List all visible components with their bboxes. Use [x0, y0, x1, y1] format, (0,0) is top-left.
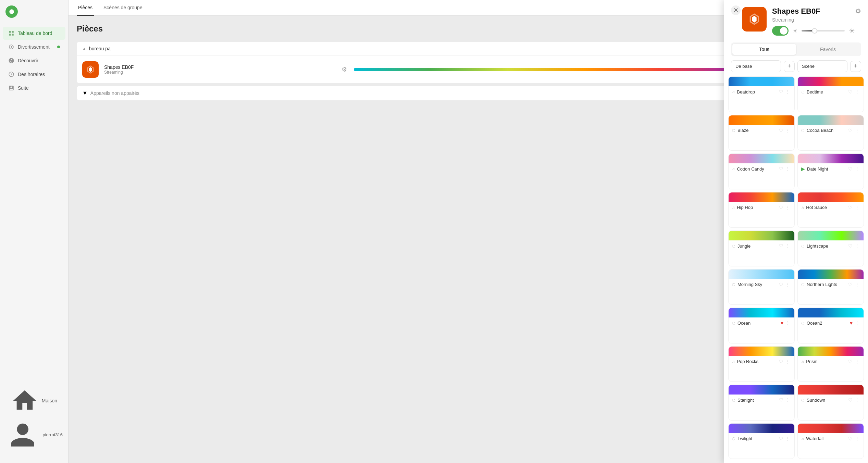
sidebar-label-divertissement: Divertissement [18, 44, 50, 50]
more-button-waterfall[interactable]: ⋮ [854, 435, 860, 442]
more-button-beatdrop[interactable]: ⋮ [785, 88, 791, 95]
sidebar-item-suite[interactable]: Suite [3, 82, 65, 95]
more-button-cotton-candy[interactable]: ⋮ [785, 165, 791, 172]
heart-button-hip-hop[interactable]: ♡ [778, 204, 784, 211]
heart-button-lightscape[interactable]: ♡ [847, 242, 853, 249]
panel-tab-tous[interactable]: Tous [732, 44, 796, 55]
more-button-sundown[interactable]: ⋮ [854, 397, 860, 403]
sidebar-item-tableau[interactable]: Tableau de bord [3, 27, 65, 40]
heart-button-beatdrop[interactable]: ♡ [778, 88, 784, 95]
more-button-date-night[interactable]: ⋮ [854, 165, 860, 172]
scene-gradient-twilight [729, 424, 794, 433]
scene-card-cotton-candy[interactable]: ♫Cotton Candy♡⋮ [728, 153, 795, 189]
more-button-twilight[interactable]: ⋮ [785, 435, 791, 442]
scene-button[interactable]: Scène [797, 60, 847, 72]
scene-card-lightscape[interactable]: ◌Lightscape♡⋮ [797, 230, 864, 266]
brightness-track[interactable] [802, 30, 845, 32]
heart-button-prism[interactable]: ♡ [847, 358, 853, 365]
scene-gradient-pop-rocks [729, 347, 794, 356]
scene-card-beatdrop[interactable]: ♫Beatdrop♡⋮ [728, 76, 795, 112]
add-de-base-button[interactable]: + [784, 61, 795, 72]
tab-pieces[interactable]: Pièces [77, 0, 94, 16]
scene-card-ocean[interactable]: ◌Ocean♥⋮ [728, 308, 795, 343]
heart-button-waterfall[interactable]: ♡ [847, 435, 853, 442]
scene-card-ocean2[interactable]: ◌Ocean2♥⋮ [797, 308, 864, 343]
add-scene-button[interactable]: + [850, 61, 861, 72]
more-button-jungle[interactable]: ⋮ [785, 242, 791, 249]
more-button-starlight[interactable]: ⋮ [785, 397, 791, 403]
scene-card-waterfall[interactable]: ♫Waterfall♡⋮ [797, 423, 864, 459]
scene-card-date-night[interactable]: ▶Date Night♡⋮ [797, 153, 864, 189]
heart-button-cotton-candy[interactable]: ♡ [778, 165, 784, 172]
panel-toggle[interactable] [772, 26, 789, 36]
more-button-ocean[interactable]: ⋮ [785, 320, 791, 326]
sidebar-home[interactable]: Maison [5, 384, 63, 418]
heart-button-blaze[interactable]: ♡ [778, 127, 784, 134]
heart-button-ocean[interactable]: ♥ [780, 320, 784, 326]
tab-scenes-groupe[interactable]: Scènes de groupe [102, 0, 144, 16]
sun-bright-icon: ☀ [849, 27, 855, 35]
panel-device-name: Shapes EB0F [772, 7, 855, 16]
heart-button-bedtime[interactable]: ♡ [847, 88, 853, 95]
scene-card-jungle[interactable]: ◌Jungle♡⋮ [728, 230, 795, 266]
heart-button-morning-sky[interactable]: ♡ [778, 281, 784, 288]
heart-button-hot-sauce[interactable]: ♡ [847, 204, 853, 211]
de-base-button[interactable]: De base [731, 60, 781, 72]
more-button-northern-lights[interactable]: ⋮ [854, 281, 860, 288]
heart-button-jungle[interactable]: ♡ [778, 242, 784, 249]
scene-card-bedtime[interactable]: ◌Bedtime♡⋮ [797, 76, 864, 112]
more-button-cocoa-beach[interactable]: ⋮ [854, 127, 860, 134]
scene-name-ocean: Ocean [737, 321, 751, 326]
scene-card-prism[interactable]: ♫Prism♡⋮ [797, 346, 864, 382]
more-button-hip-hop[interactable]: ⋮ [785, 204, 791, 211]
scene-card-pop-rocks[interactable]: ♫Pop Rocks♡⋮ [728, 346, 795, 382]
scene-card-starlight[interactable]: ◌Starlight♡⋮ [728, 385, 795, 421]
scene-card-twilight[interactable]: ◌Twilight♡⋮ [728, 423, 795, 459]
more-button-lightscape[interactable]: ⋮ [854, 242, 860, 249]
scene-card-morning-sky[interactable]: ◌Morning Sky♡⋮ [728, 269, 795, 305]
scene-card-cocoa-beach[interactable]: ◌Cocoa Beach♡⋮ [797, 115, 864, 151]
scene-gradient-bedtime [798, 77, 864, 86]
heart-button-starlight[interactable]: ♡ [778, 397, 784, 403]
sidebar-item-divertissement[interactable]: Divertissement [3, 40, 65, 53]
heart-button-ocean2[interactable]: ♥ [849, 320, 853, 326]
panel-settings-button[interactable]: ⚙ [855, 7, 861, 15]
more-button-ocean2[interactable]: ⋮ [854, 320, 860, 326]
more-button-bedtime[interactable]: ⋮ [854, 88, 860, 95]
heart-button-northern-lights[interactable]: ♡ [847, 281, 853, 288]
app-logo[interactable] [5, 5, 18, 18]
sidebar-nav: Tableau de bord Divertissement Découvrir… [0, 26, 68, 378]
scene-name-row-northern-lights: ◌Northern Lights [801, 282, 837, 287]
scene-gradient-jungle [729, 231, 794, 240]
scene-card-sundown[interactable]: ◌Sundown♡⋮ [797, 385, 864, 421]
scene-gradient-hip-hop [729, 192, 794, 202]
device-gear-button[interactable]: ⚙ [340, 64, 348, 75]
sidebar-item-decouvrir[interactable]: Découvrir [3, 54, 65, 67]
device-name: Shapes EB0F [104, 64, 335, 70]
scene-card-northern-lights[interactable]: ◌Northern Lights♡⋮ [797, 269, 864, 305]
heart-button-pop-rocks[interactable]: ♡ [778, 358, 784, 365]
more-button-blaze[interactable]: ⋮ [785, 127, 791, 134]
close-button[interactable]: ✕ [731, 5, 741, 15]
sidebar-user[interactable]: pierrot316 [5, 418, 63, 452]
svg-rect-1 [9, 31, 11, 33]
brightness-thumb [812, 28, 817, 34]
scene-card-blaze[interactable]: ◌Blaze♡⋮ [728, 115, 795, 151]
scene-name-ocean2: Ocean2 [807, 321, 822, 326]
scene-name-row-waterfall: ♫Waterfall [801, 436, 823, 441]
more-button-morning-sky[interactable]: ⋮ [785, 281, 791, 288]
scene-card-hip-hop[interactable]: ♫Hip Hop♡⋮ [728, 192, 795, 228]
svg-marker-6 [752, 16, 756, 23]
more-button-hot-sauce[interactable]: ⋮ [854, 204, 860, 211]
heart-button-sundown[interactable]: ♡ [847, 397, 853, 403]
scene-gradient-northern-lights [798, 270, 864, 279]
heart-button-cocoa-beach[interactable]: ♡ [847, 127, 853, 134]
scene-grid: ♫Beatdrop♡⋮◌Bedtime♡⋮◌Blaze♡⋮◌Cocoa Beac… [724, 76, 868, 463]
more-button-pop-rocks[interactable]: ⋮ [785, 358, 791, 365]
scene-card-hot-sauce[interactable]: ♫Hot Sauce♡⋮ [797, 192, 864, 228]
panel-tab-favoris[interactable]: Favoris [796, 44, 860, 55]
more-button-prism[interactable]: ⋮ [854, 358, 860, 365]
heart-button-date-night[interactable]: ♡ [847, 165, 853, 172]
sidebar-item-horaires[interactable]: Des horaires [3, 68, 65, 81]
heart-button-twilight[interactable]: ♡ [778, 435, 784, 442]
